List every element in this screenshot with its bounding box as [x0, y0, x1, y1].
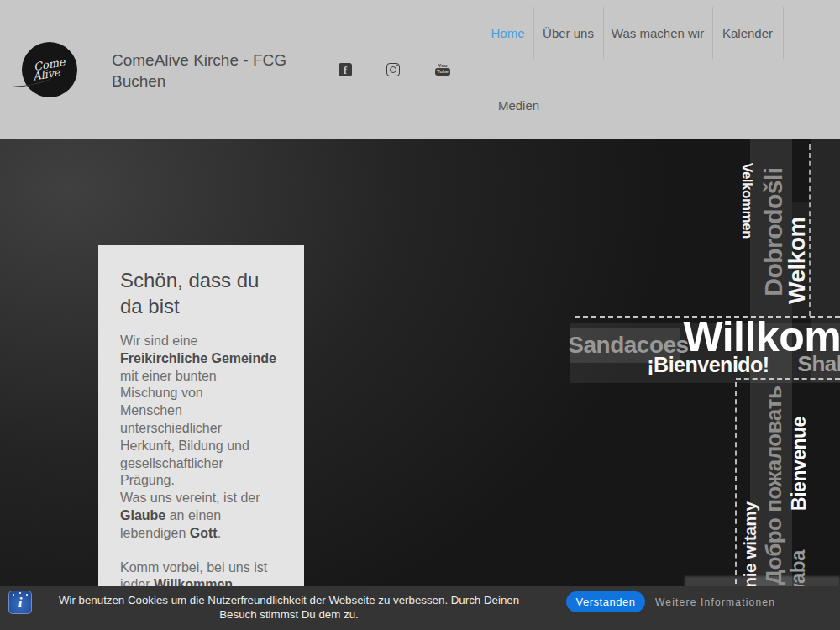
nav-item-kalender[interactable]: Kalender — [712, 7, 784, 59]
hero-word: Velkommen — [738, 163, 755, 239]
welcome-paragraph: Wir sind eine Freikirchliche Gemeinde mi… — [120, 333, 282, 543]
nav-item-medien[interactable]: Medien — [482, 79, 555, 131]
hero-word: ¡Bienvenido! — [647, 353, 769, 377]
cookie-message: Wir benutzen Cookies um die Nutzerfreund… — [40, 593, 538, 622]
welcome-heading: Schön, dass du da bist — [120, 267, 284, 319]
hero-word: Bienvenue — [788, 417, 811, 511]
cookie-banner: i Wir benutzen Cookies um die Nutzerfreu… — [0, 586, 840, 630]
site-title: ComeAlive Kirche - FCG Buchen — [112, 50, 292, 92]
dashed-line — [809, 144, 811, 316]
light-band — [750, 139, 792, 630]
hero-word: Dobrodošli — [759, 167, 788, 296]
hero-word: Добро пожаловать — [761, 386, 787, 585]
dashed-line — [736, 378, 840, 380]
welcome-card: Schön, dass du da bist Wir sind eine Fre… — [98, 245, 304, 598]
light-band — [792, 202, 811, 319]
more-information-link[interactable]: Weitere Informationen — [655, 596, 775, 608]
hero-section: VelkommenDobrodošliWelkomWillkommenSanda… — [0, 139, 840, 630]
nav-item-home[interactable]: Home — [482, 7, 534, 59]
dashed-line — [575, 316, 840, 318]
social-links: f You Tube — [337, 63, 463, 80]
dashed-line — [735, 382, 737, 584]
nav-item-was-machen-wir[interactable]: Was machen wir — [603, 7, 713, 59]
instagram-dot — [396, 65, 398, 66]
hero-word: Willkommen — [683, 312, 840, 361]
light-band — [570, 323, 840, 383]
hero-word: Welkom — [784, 217, 811, 304]
facebook-icon[interactable]: f — [339, 63, 352, 76]
hero-word: Shalom — [798, 351, 840, 377]
light-band — [570, 328, 680, 363]
youtube-icon[interactable]: You Tube — [435, 63, 450, 76]
accept-cookies-button[interactable]: Verstanden — [566, 591, 645, 612]
info-icon: i — [8, 591, 32, 614]
info-icon-stars — [12, 592, 29, 597]
nav-item-ueber-uns[interactable]: Über uns — [533, 7, 604, 59]
site-logo[interactable]: Come Alive — [22, 42, 77, 97]
instagram-icon[interactable] — [386, 63, 400, 76]
youtube-icon-bottom: Tube — [435, 68, 450, 76]
hero-word: Sandacoes — [568, 332, 688, 359]
instagram-lens — [390, 66, 396, 73]
site-header: Come Alive ComeAlive Kirche - FCG Buchen… — [0, 0, 840, 139]
light-band — [811, 139, 840, 382]
